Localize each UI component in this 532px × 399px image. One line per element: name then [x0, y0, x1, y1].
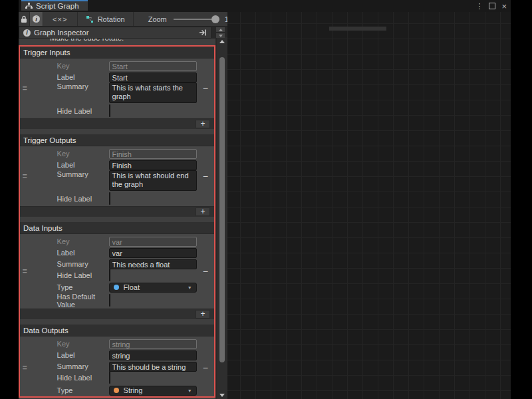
- info-icon: i: [33, 15, 40, 23]
- summary-row: Summary This is what starts the graph: [30, 82, 197, 105]
- tab-script-graph[interactable]: Script Graph: [21, 0, 88, 11]
- maximize-icon[interactable]: [489, 3, 495, 9]
- graph-canvas[interactable]: [227, 12, 511, 399]
- label-input[interactable]: [109, 160, 197, 170]
- remove-port-button[interactable]: −: [197, 148, 214, 205]
- key-row: Key: [30, 148, 197, 159]
- close-icon[interactable]: ×: [501, 2, 507, 11]
- section-data-inputs: Data Inputs = Key Label: [20, 222, 214, 319]
- type-value: Float: [124, 283, 140, 291]
- section-footer: +: [20, 206, 214, 217]
- rotation-node-icon: [86, 15, 94, 23]
- zoom-slider[interactable]: [174, 19, 218, 20]
- label-input[interactable]: [109, 72, 197, 82]
- type-dropdown[interactable]: String ▼: [109, 386, 197, 396]
- label-row: Label: [30, 159, 197, 170]
- hide-label-row: Hide Label: [30, 372, 197, 384]
- screenshot-stage: Script Graph ⋮ × i <×>: [0, 0, 532, 399]
- hide-label-checkbox[interactable]: [109, 269, 110, 281]
- has-default-row: Has Default Value: [30, 294, 197, 307]
- hide-label-row: Hide Label: [30, 269, 197, 281]
- add-port-button[interactable]: +: [196, 310, 210, 319]
- chevron-down-icon: ▼: [188, 388, 192, 393]
- key-row: Key: [30, 60, 197, 71]
- label-input[interactable]: [109, 350, 197, 360]
- graph-inspector-header[interactable]: i Graph Inspector: [19, 27, 211, 39]
- remove-port-button[interactable]: −: [197, 338, 214, 397]
- summary-input[interactable]: [109, 362, 197, 372]
- panel-scroll-arrows: [216, 27, 225, 38]
- label-row: Label: [30, 247, 197, 258]
- port-item: = Key Label Summary: [20, 146, 214, 206]
- remove-port-button[interactable]: −: [197, 60, 214, 117]
- summary-input[interactable]: This is what should end the graph: [109, 170, 197, 191]
- info-icon: i: [23, 29, 31, 37]
- scrollbar-up-arrow[interactable]: [217, 40, 227, 43]
- lock-icon: [21, 15, 27, 23]
- add-port-button[interactable]: +: [196, 120, 210, 128]
- lock-button[interactable]: [19, 12, 30, 26]
- type-dropdown[interactable]: Float ▼: [109, 283, 197, 293]
- inspector-toggle-button[interactable]: i: [30, 12, 43, 26]
- port-item: = Key Label Summary: [20, 336, 214, 398]
- section-data-outputs: Data Outputs = Key Label: [20, 325, 214, 398]
- hide-label-checkbox[interactable]: [109, 192, 110, 205]
- rotation-label: Rotation: [98, 15, 125, 23]
- summary-row: Summary: [30, 258, 197, 269]
- drag-handle-icon[interactable]: =: [20, 60, 30, 117]
- label-row: Label: [30, 71, 197, 82]
- summary-row: Summary: [30, 360, 197, 372]
- port-item: = Key Label Summary: [20, 59, 214, 118]
- inspector-scrollbar[interactable]: [217, 37, 227, 399]
- key-input[interactable]: [109, 339, 197, 349]
- window-controls: ⋮ ×: [475, 0, 507, 12]
- drag-handle-icon[interactable]: =: [20, 148, 30, 205]
- label-input[interactable]: [109, 248, 197, 258]
- scroll-up-mini-button[interactable]: [216, 27, 225, 32]
- key-input[interactable]: [109, 61, 197, 71]
- summary-row: Summary This is what should end the grap…: [30, 170, 197, 193]
- script-graph-icon: [25, 3, 33, 9]
- tab-label: Script Graph: [36, 2, 79, 10]
- scrollbar-thumb[interactable]: [219, 57, 225, 362]
- key-row: Key: [30, 235, 197, 247]
- scroll-down-mini-button[interactable]: [216, 33, 225, 38]
- graph-description-text: Make the cube rotate.: [19, 39, 215, 42]
- add-port-button[interactable]: +: [196, 207, 210, 216]
- zoom-slider-thumb[interactable]: [211, 15, 219, 23]
- panel-title: Graph Inspector: [34, 29, 88, 37]
- float-type-dot-icon: [114, 285, 119, 290]
- ports-highlight-region: Trigger Inputs = Key Label: [19, 45, 215, 398]
- string-type-dot-icon: [114, 388, 119, 393]
- zoom-label: Zoom: [148, 15, 167, 23]
- section-trigger-inputs: Trigger Inputs = Key Label: [20, 47, 214, 129]
- label-row: Label: [30, 349, 197, 360]
- section-header: Data Inputs: [20, 222, 214, 234]
- has-default-checkbox[interactable]: [109, 294, 110, 307]
- hide-label-checkbox[interactable]: [109, 104, 110, 117]
- unity-graph-window: Script Graph ⋮ × i <×>: [19, 0, 511, 399]
- key-row: Key: [30, 338, 197, 349]
- section-trigger-outputs: Trigger Outputs = Key Label: [20, 134, 214, 217]
- toolbar-dropdown-shadow: [329, 27, 386, 31]
- summary-input[interactable]: This is what starts the graph: [109, 82, 197, 103]
- summary-input[interactable]: [109, 259, 197, 269]
- code-view-button[interactable]: <×>: [43, 12, 78, 26]
- type-value: String: [124, 386, 143, 394]
- dock-panel-icon[interactable]: [199, 29, 207, 36]
- drag-handle-icon[interactable]: =: [20, 338, 30, 397]
- scrollbar-down-arrow[interactable]: [217, 394, 227, 397]
- rotation-graph-button[interactable]: Rotation: [78, 12, 134, 26]
- code-icon: <×>: [53, 15, 67, 23]
- section-header: Trigger Inputs: [20, 47, 214, 59]
- drag-handle-icon[interactable]: =: [20, 235, 30, 307]
- hide-label-checkbox[interactable]: [109, 371, 110, 384]
- graph-inspector-panel: Make the cube rotate. Trigger Inputs = K…: [19, 39, 215, 399]
- window-menu-icon[interactable]: ⋮: [475, 3, 483, 10]
- hide-label-row: Hide Label: [30, 105, 197, 117]
- key-input[interactable]: [109, 149, 197, 159]
- key-input[interactable]: [109, 237, 197, 247]
- section-footer: +: [20, 118, 214, 129]
- section-footer: +: [20, 309, 214, 319]
- remove-port-button[interactable]: −: [197, 235, 214, 307]
